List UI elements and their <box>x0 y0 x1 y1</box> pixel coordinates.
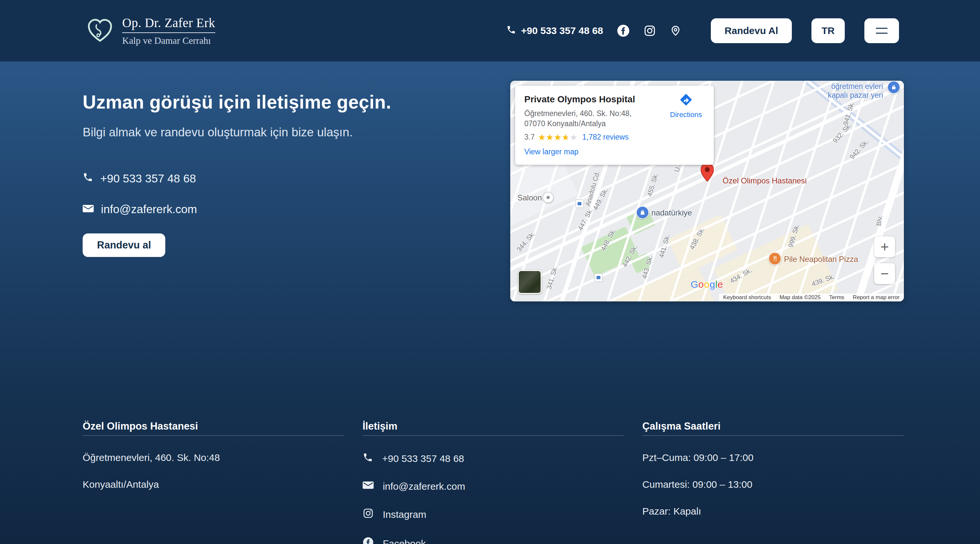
street-label: 455. Sk. <box>646 172 660 198</box>
brand[interactable]: Op. Dr. Zafer Erk Kalp ve Damar Cerrahı <box>86 15 215 46</box>
language-button[interactable]: TR <box>811 18 845 43</box>
zoom-in-button[interactable]: + <box>874 236 895 257</box>
footer-hours-weekdays: Pzt–Cuma: 09:00 – 17:00 <box>642 452 904 463</box>
street-label: 434. Sk. <box>729 266 753 285</box>
envelope-icon <box>363 480 374 492</box>
phone-icon <box>506 25 516 37</box>
contact-section: Uzman görüşü için iletişime geçin. Bilgi… <box>0 61 980 418</box>
map-info-card: Private Olympos Hospital Öğretmenevleri,… <box>515 86 714 165</box>
poi-shop-label[interactable]: nadatürkiye <box>651 208 692 217</box>
envelope-icon <box>83 203 94 216</box>
transit-stop-icon[interactable] <box>594 273 603 282</box>
facebook-icon[interactable] <box>617 24 630 37</box>
footer-hospital-title: Özel Olimpos Hastanesi <box>83 420 344 432</box>
google-map[interactable]: 455. Sk.Anadolu Cd.449. Sk.447. Sk.448. … <box>510 81 904 302</box>
report-map-error-link[interactable]: Report a map error <box>848 294 904 301</box>
appointment-button[interactable]: Randevu Al <box>711 18 792 43</box>
hero-phone-number: +90 533 357 48 68 <box>100 172 196 185</box>
brand-subtitle: Kalp ve Damar Cerrahı <box>122 35 215 46</box>
poi-shop-icon[interactable] <box>636 206 649 219</box>
poi-saloon-label[interactable]: Saloon <box>517 193 542 203</box>
divider <box>83 436 344 436</box>
footer-hours-title: Çalışma Saatleri <box>642 420 904 432</box>
directions-button[interactable]: Directions <box>667 93 705 119</box>
poi-restaurant-icon[interactable] <box>768 252 781 265</box>
street-label: 441. Sk. <box>657 234 671 259</box>
map-attribution: Keyboard shortcuts Map data ©2025 Terms … <box>719 294 904 302</box>
poi-market-label[interactable]: öğretmen evleri kapalı pazar yeri <box>828 82 883 100</box>
hero-cta-button[interactable]: Randevu al <box>83 233 165 257</box>
poi-pizza-label[interactable]: Pile Neapolitan Pizza <box>784 255 858 264</box>
street-label: 341. Sk. <box>545 265 559 290</box>
rating-row: 3.7 ★★★★★ ★★★★★ 1,782 reviews <box>524 133 705 142</box>
street-label: 438. Sk. <box>688 226 706 251</box>
footer-hours-saturday: Cumartesi: 09:00 – 13:00 <box>642 479 904 490</box>
divider <box>642 436 904 436</box>
location-pin-icon[interactable] <box>670 24 681 37</box>
footer-instagram-link[interactable]: Instagram <box>363 508 624 521</box>
view-larger-map-link[interactable]: View larger map <box>524 147 579 156</box>
footer-contact-column: İletişim +90 533 357 48 68 info@zafererk… <box>363 420 624 544</box>
map-data-label: Map data ©2025 <box>775 294 825 301</box>
footer-email-link[interactable]: info@zafererk.com <box>363 480 624 492</box>
zoom-controls: + − <box>874 236 895 284</box>
street-label: 932. Sk. <box>831 121 853 145</box>
street-label: 344. Sk. <box>515 230 537 253</box>
brand-title: Op. Dr. Zafer Erk <box>122 15 215 33</box>
footer-hours-sunday: Pazar: Kapalı <box>642 506 904 517</box>
street-label: Blv. <box>875 215 884 227</box>
street-label: 941. Sk. <box>842 101 856 126</box>
map-card-address-line2: 07070 Konyaaltı/Antalya <box>524 119 705 129</box>
header-actions: +90 533 357 48 68 Randevu Al TR <box>506 18 899 43</box>
footer: Özel Olimpos Hastanesi Öğretmenevleri, 4… <box>0 418 980 544</box>
facebook-icon <box>363 537 374 544</box>
directions-icon <box>679 102 693 108</box>
terms-link[interactable]: Terms <box>825 294 848 301</box>
phone-icon <box>83 172 93 185</box>
instagram-icon <box>363 508 374 521</box>
street-label: 439. Sk. <box>811 273 836 288</box>
poi-market-icon[interactable] <box>887 81 900 94</box>
google-logo[interactable]: Google <box>690 279 723 290</box>
phone-icon <box>363 452 373 465</box>
poi-hospital-label[interactable]: Özel Olimpos Hastanesi <box>722 176 807 185</box>
header: Op. Dr. Zafer Erk Kalp ve Damar Cerrahı … <box>0 0 980 61</box>
heart-stethoscope-logo-icon <box>86 18 114 44</box>
instagram-icon[interactable] <box>644 24 656 37</box>
hero-email-text: info@zafererk.com <box>101 203 197 216</box>
street-label: 443. Sk. <box>641 255 654 280</box>
street-label: 942. Sk. <box>848 138 870 161</box>
satellite-view-toggle[interactable] <box>518 270 542 294</box>
hero-email-link[interactable]: info@zafererk.com <box>83 203 197 216</box>
brand-text: Op. Dr. Zafer Erk Kalp ve Damar Cerrahı <box>122 15 215 46</box>
red-map-pin-icon[interactable] <box>701 163 714 183</box>
divider <box>363 436 624 436</box>
hero-phone-link[interactable]: +90 533 357 48 68 <box>83 172 196 185</box>
footer-contact-title: İletişim <box>363 420 624 432</box>
directions-label: Directions <box>667 110 705 119</box>
footer-hospital-column: Özel Olimpos Hastanesi Öğretmenevleri, 4… <box>83 420 344 544</box>
zoom-out-button[interactable]: − <box>874 263 895 284</box>
header-phone-link[interactable]: +90 533 357 48 68 <box>506 25 603 37</box>
star-rating-icon: ★★★★★ ★★★★★ <box>538 133 578 142</box>
footer-hours-column: Çalışma Saatleri Pzt–Cuma: 09:00 – 17:00… <box>642 420 904 544</box>
street-label: 999. Sk. <box>787 223 801 249</box>
footer-facebook-link[interactable]: Facebook <box>363 537 624 544</box>
footer-phone-link[interactable]: +90 533 357 48 68 <box>363 452 624 465</box>
footer-address-line2: Konyaaltı/Antalya <box>83 479 344 490</box>
footer-address-line1: Öğretmenevleri, 460. Sk. No:48 <box>83 452 344 463</box>
reviews-link[interactable]: 1,782 reviews <box>582 133 629 142</box>
hamburger-menu-button[interactable] <box>864 18 899 43</box>
header-phone-number: +90 533 357 48 68 <box>521 25 603 36</box>
transit-stop-icon[interactable] <box>575 199 584 208</box>
rating-value: 3.7 <box>524 133 535 142</box>
street-label: 442. Sk. <box>621 244 639 268</box>
keyboard-shortcuts-link[interactable]: Keyboard shortcuts <box>719 294 775 301</box>
street-label: 448. Sk. <box>600 227 617 252</box>
poi-generic-icon[interactable] <box>542 192 554 203</box>
street-label: 447. Sk. <box>577 207 595 232</box>
